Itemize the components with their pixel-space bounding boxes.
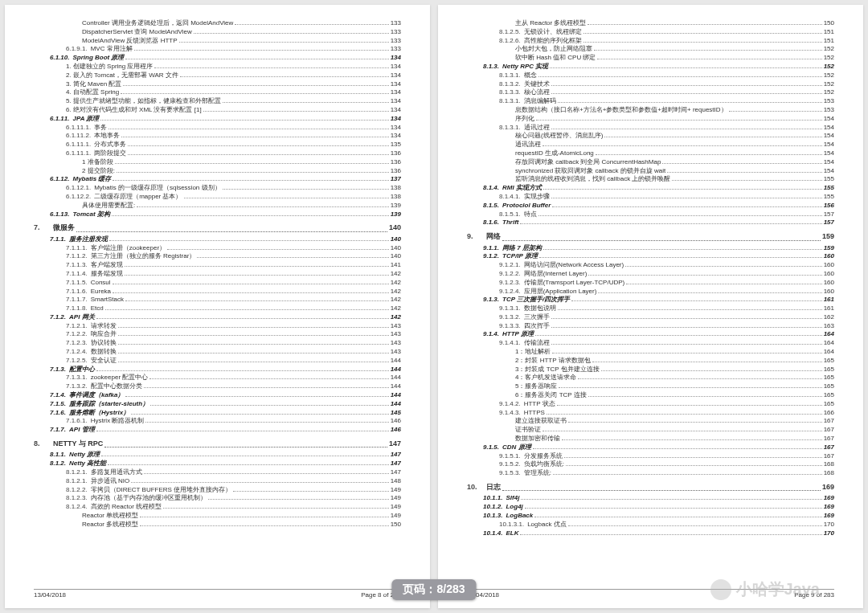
toc-dots	[96, 370, 389, 371]
toc-line: 8.1.2.2.零拷贝（DIRECT BUFFERS 使用堆外直接内存）149	[34, 486, 401, 495]
toc-line: 7.1.1.8.Etcd142	[34, 304, 401, 313]
toc-page: 154	[824, 132, 834, 141]
toc-dots	[596, 154, 822, 155]
toc-dots	[583, 42, 822, 43]
toc-page: 167	[824, 417, 834, 426]
toc-chapter: 9.网络159	[467, 231, 834, 242]
toc-page: 152	[824, 45, 834, 54]
toc-page: 133	[391, 37, 401, 46]
toc-title: 通讯过程	[524, 124, 550, 133]
toc-chapter: 10.日志169	[467, 481, 834, 492]
toc-dots	[235, 24, 388, 25]
toc-page: 140	[391, 235, 401, 244]
toc-line: 10.1.3.1.Logback 优点170	[467, 521, 834, 529]
toc-page: 154	[824, 141, 834, 149]
toc-page: 134	[391, 54, 401, 63]
toc-number: 9.1.3.1.	[499, 304, 521, 313]
toc-line: 证书验证167	[467, 426, 834, 435]
toc-line: 建立连接获取证书167	[467, 417, 834, 426]
toc-title: Hystrix 断路器机制	[91, 417, 145, 426]
toc-number: 7.1.2.4.	[66, 348, 88, 357]
toc-dots	[233, 491, 389, 492]
toc-title: 息数据结构（接口名称+方法名+参数类型和参数值+超时时间+ requestID）	[515, 106, 727, 115]
toc-dots	[568, 525, 822, 526]
toc-dots	[729, 111, 822, 112]
toc-number: 6.1.12.2.	[66, 193, 91, 202]
toc-dots	[125, 396, 388, 397]
toc-dots	[112, 215, 389, 216]
toc-title: API 管理	[69, 426, 95, 435]
toc-title: 2 提交阶段:	[82, 167, 115, 176]
toc-page: 169	[822, 481, 834, 492]
toc-page: 159	[824, 244, 834, 253]
toc-title: LogBack	[506, 512, 533, 521]
toc-title: 第三方注册（独立的服务 Registrar）	[91, 252, 196, 261]
toc-number: 7.1.1.6.	[66, 288, 88, 296]
toc-dots	[137, 206, 388, 207]
toc-dots	[100, 120, 388, 121]
toc-page: 165	[824, 391, 834, 400]
toc-line: 9.1.5.1.分发服务系统167	[467, 452, 834, 461]
toc-title: 特点	[524, 210, 537, 219]
toc-title: 服务端发现	[91, 270, 123, 279]
toc-number: 9.1.5.1.	[499, 452, 521, 461]
toc-number: 9.1.5.	[483, 443, 499, 452]
toc-line: 7.1.1.6.Eureka142	[34, 288, 401, 296]
toc-page: 134	[391, 63, 401, 72]
toc-page: 146	[391, 426, 401, 435]
toc-dots	[551, 129, 822, 129]
toc-number: 6.1.12.	[50, 175, 69, 184]
toc-number: 7.1.2.3.	[66, 339, 88, 348]
toc-page: 151	[824, 37, 834, 46]
toc-page: 144	[391, 382, 401, 391]
toc-line: 9.1.2.1.网络访问层(Network Access Layer)160	[467, 261, 834, 270]
toc-page: 148	[391, 477, 401, 486]
toc-dots	[123, 85, 388, 86]
toc-dots	[557, 405, 822, 406]
toc-dots	[525, 508, 822, 509]
toc-line: 息数据结构（接口名称+方法名+参数类型和参数值+超时时间+ requestID）…	[467, 106, 834, 115]
toc-number: 9.	[467, 231, 486, 242]
toc-line: 8.1.4.RMI 实现方式155	[467, 184, 834, 193]
toc-line: 7.1.6.1.Hystrix 断路器机制146	[34, 417, 401, 426]
toc-dots	[113, 292, 389, 293]
toc-title: Reactor 多线程模型	[82, 521, 138, 529]
toc-page: 170	[824, 521, 834, 529]
toc-title: Eureka	[91, 288, 111, 296]
toc-line: Reactor 多线程模型150	[34, 521, 401, 529]
toc-page: 136	[391, 149, 401, 158]
toc-number: 9.1.4.1.	[499, 339, 521, 348]
toc-number: 9.1.4.2.	[499, 400, 521, 409]
toc-page: 134	[391, 132, 401, 141]
toc-title: 分布式事务	[94, 141, 126, 149]
toc-dots	[520, 534, 821, 535]
toc-page: 167	[824, 452, 834, 461]
toc-number: 8.1.2.5.	[499, 28, 521, 37]
toc-line: 6.1.11.1.事务134	[34, 124, 401, 133]
toc-number: 7.1.3.2.	[66, 382, 88, 391]
toc-number: 9.1.4.3.	[499, 409, 521, 418]
toc-line: 8.1.2.3.内存池（基于内存池的缓冲区重用机制）149	[34, 494, 401, 503]
toc-line: 通讯流程154	[467, 141, 834, 149]
toc-line: ModelAndView 反馈浏览器 HTTP133	[34, 37, 401, 46]
toc-title: 传输流程	[524, 339, 550, 348]
toc-line: 8.1.2.1.异步通讯 NIO148	[34, 477, 401, 486]
toc-number: 7.1.1.7.	[66, 296, 88, 304]
toc-line: 存放回调对象 callback 到全局 ConcurrentHashMap154	[467, 158, 834, 167]
toc-dots	[145, 422, 388, 423]
toc-dots	[598, 292, 821, 293]
toc-title: 网络	[486, 231, 501, 242]
toc-page: 150	[391, 521, 401, 529]
toc-number: 7.1.1.1.	[66, 244, 88, 253]
toc-title: Netty RPC 实现	[502, 63, 548, 72]
toc-title: 安全认证	[91, 357, 117, 366]
toc-page: 155	[824, 193, 834, 202]
toc-title: 关键技术	[524, 80, 550, 89]
toc-title: 服务注册发现	[69, 235, 108, 244]
toc-page: 159	[822, 231, 834, 242]
toc-page: 155	[824, 175, 834, 184]
toc-dots	[118, 335, 389, 336]
toc-title: 事件调度（kafka）	[69, 391, 124, 400]
toc-number: 9.1.2.	[483, 252, 499, 261]
toc-dots	[552, 353, 821, 353]
